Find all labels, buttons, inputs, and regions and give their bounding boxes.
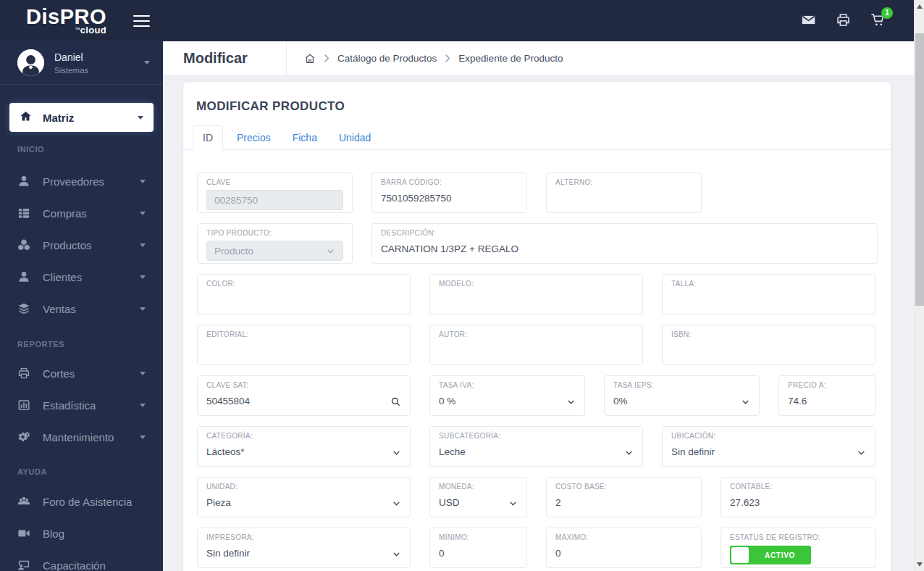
- sidebar-item-cortes[interactable]: Cortes: [0, 357, 163, 389]
- costo-base-input[interactable]: 2: [555, 497, 692, 509]
- home-icon[interactable]: [304, 53, 316, 64]
- content-area: MODIFICAR PRODUCTO ID Precios Ficha Unid…: [163, 76, 914, 571]
- contable-input[interactable]: 27.623: [730, 497, 867, 509]
- contable-field: CONTABLE: 27.623: [721, 477, 876, 517]
- print-button[interactable]: [834, 12, 852, 30]
- tasa-ieps-label: TASA IEPS:: [613, 381, 750, 390]
- user-menu[interactable]: Daniel Sistemas: [0, 41, 163, 85]
- estatus-value: ACTIVO: [749, 551, 811, 559]
- editorial-input[interactable]: [206, 345, 401, 357]
- descripcion-input[interactable]: CARNATION 1/3PZ + REGALO: [381, 243, 868, 255]
- tab-id[interactable]: ID: [193, 125, 223, 150]
- tasa-ieps-field: TASA IEPS: 0%: [604, 375, 760, 416]
- envelope-icon: [801, 12, 816, 30]
- scroll-up-arrow[interactable]: [917, 4, 923, 9]
- chevron-down-icon: [508, 499, 518, 508]
- autor-field[interactable]: AUTOR:: [429, 325, 643, 365]
- unidad-select[interactable]: Pieza: [206, 497, 401, 509]
- chevron-down-icon: [566, 397, 576, 407]
- isbn-field[interactable]: ISBN:: [662, 325, 875, 365]
- caret-down-icon: [140, 243, 146, 247]
- modelo-field[interactable]: MODELO:: [429, 274, 643, 314]
- modelo-input[interactable]: [439, 294, 634, 306]
- precio-a-input[interactable]: 74.6: [788, 396, 867, 407]
- contable-label: CONTABLE:: [730, 483, 867, 491]
- sidebar-item-clientes[interactable]: Clientes: [0, 261, 163, 293]
- sidebar-item-proveedores[interactable]: Proveedores: [0, 165, 163, 197]
- tab-unidad[interactable]: Unidad: [339, 126, 371, 149]
- alterno-field[interactable]: ALTERNO:: [546, 172, 702, 213]
- talla-input[interactable]: [671, 294, 866, 306]
- main-area: Modificar Catálogo de Productos Expedien…: [163, 41, 914, 571]
- scroll-thumb[interactable]: [915, 33, 924, 306]
- talla-field[interactable]: TALLA:: [662, 274, 875, 314]
- sidebar-item-estadistica[interactable]: Estadística: [0, 389, 163, 421]
- sidebar-item-compras[interactable]: Compras: [0, 197, 163, 229]
- cart-button[interactable]: 1: [869, 12, 886, 30]
- caret-down-icon: [138, 116, 143, 120]
- breadcrumb-catalogo[interactable]: Catálogo de Productos: [337, 53, 437, 64]
- tasa-ieps-select[interactable]: 0%: [613, 396, 750, 407]
- sidebar-item-foro[interactable]: Foro de Asistencia: [0, 485, 163, 517]
- sidebar-item-capacitacion[interactable]: Capacitación: [0, 549, 163, 571]
- talla-label: TALLA:: [671, 280, 866, 288]
- color-input[interactable]: [206, 294, 401, 306]
- minimo-input[interactable]: 0: [439, 548, 518, 559]
- autor-input[interactable]: [439, 345, 634, 357]
- estatus-toggle[interactable]: ACTIVO: [730, 546, 811, 564]
- alterno-label: ALTERNO:: [555, 178, 692, 187]
- caret-down-icon: [140, 307, 146, 311]
- caret-down-icon: [140, 372, 146, 375]
- title-divider: [286, 41, 287, 76]
- mail-button[interactable]: [799, 12, 817, 30]
- user-icon: [17, 175, 30, 188]
- tasa-iva-select[interactable]: 0 %: [439, 396, 576, 407]
- impresora-label: IMPRESORA:: [206, 533, 401, 542]
- barra-codigo-input[interactable]: 7501059285750: [381, 193, 518, 204]
- modelo-label: MODELO:: [439, 280, 634, 288]
- editorial-field[interactable]: EDITORIAL:: [197, 325, 411, 365]
- layers-icon: [17, 302, 30, 315]
- tab-precios[interactable]: Precios: [237, 126, 271, 149]
- sidebar-item-ventas[interactable]: Ventas: [0, 293, 163, 325]
- tab-ficha[interactable]: Ficha: [293, 126, 317, 149]
- moneda-label: MONEDA:: [439, 483, 518, 491]
- cubes-icon: [17, 238, 30, 251]
- clave-input[interactable]: 00285750: [206, 190, 343, 210]
- sidebar-item-productos[interactable]: Productos: [0, 229, 163, 261]
- chevron-down-icon: [392, 499, 401, 508]
- product-form: CLAVE 00285750 BARRA CÓDIGO: 75010592857…: [183, 150, 891, 571]
- subcategoria-select[interactable]: Leche: [439, 446, 634, 458]
- chevron-right-icon: [445, 54, 450, 62]
- sidebar-item-mantenimiento[interactable]: Mantenimiento: [0, 421, 163, 453]
- isbn-input[interactable]: [671, 345, 866, 357]
- minimo-label: MÍNIMO:: [439, 533, 518, 542]
- app-logo[interactable]: DisPRO ™cloud: [26, 7, 106, 35]
- sidebar: Daniel Sistemas Matriz INICIO Proveedore…: [0, 41, 163, 571]
- branch-selector[interactable]: Matriz: [9, 103, 154, 132]
- nav-list-inicio: Proveedores Compras Productos Clientes V: [0, 165, 163, 325]
- maximo-input[interactable]: 0: [555, 548, 692, 559]
- impresora-select[interactable]: Sin definir: [206, 548, 401, 559]
- hamburger-icon[interactable]: [130, 12, 153, 30]
- caret-down-icon: [144, 61, 150, 64]
- tipo-producto-select[interactable]: Producto: [206, 241, 343, 261]
- brand-column: DisPRO ™cloud: [0, 0, 163, 41]
- scroll-down-arrow[interactable]: [917, 562, 923, 567]
- categoria-select[interactable]: Lácteos*: [206, 446, 401, 458]
- chevron-down-icon: [392, 549, 401, 559]
- ubicacion-select[interactable]: Sin definir: [671, 446, 866, 458]
- user-icon: [17, 270, 30, 283]
- color-field[interactable]: COLOR:: [197, 274, 411, 314]
- alterno-input[interactable]: [555, 193, 692, 204]
- chevron-down-icon: [326, 246, 335, 256]
- sidebar-item-blog[interactable]: Blog: [0, 517, 163, 549]
- search-icon[interactable]: [390, 396, 401, 407]
- clave-field: CLAVE 00285750: [197, 172, 353, 213]
- page-title: Modificar: [183, 50, 286, 67]
- clave-sat-label: CLAVE SAT:: [206, 381, 401, 390]
- unidad-field: UNIDAD: Pieza: [197, 477, 411, 517]
- maximo-field: MÁXIMO: 0: [546, 528, 702, 568]
- clave-sat-input[interactable]: 50455804: [206, 396, 250, 407]
- moneda-select[interactable]: USD: [439, 497, 518, 509]
